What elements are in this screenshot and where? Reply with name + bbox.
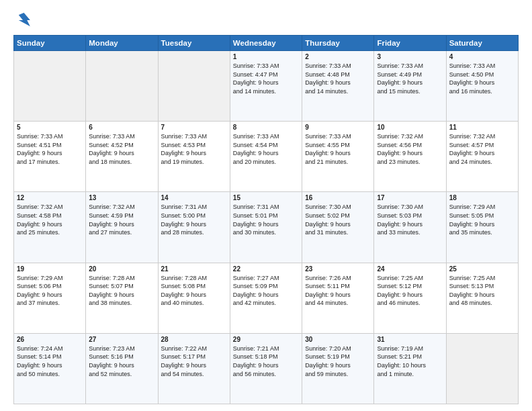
day-info: Sunrise: 7:33 AM Sunset: 4:49 PM Dayligh… (377, 62, 443, 95)
calendar-cell: 24Sunrise: 7:25 AM Sunset: 5:12 PM Dayli… (374, 263, 446, 333)
calendar-cell: 18Sunrise: 7:29 AM Sunset: 5:05 PM Dayli… (446, 192, 518, 263)
day-number: 20 (89, 265, 154, 273)
day-number: 24 (377, 265, 443, 273)
day-number: 31 (377, 336, 443, 343)
day-info: Sunrise: 7:32 AM Sunset: 4:58 PM Dayligh… (17, 203, 83, 236)
day-info: Sunrise: 7:33 AM Sunset: 4:48 PM Dayligh… (305, 62, 371, 95)
day-info: Sunrise: 7:23 AM Sunset: 5:16 PM Dayligh… (89, 345, 154, 378)
calendar-cell: 7Sunrise: 7:33 AM Sunset: 4:53 PM Daylig… (158, 122, 230, 192)
calendar-cell: 29Sunrise: 7:21 AM Sunset: 5:18 PM Dayli… (230, 333, 302, 404)
day-number: 16 (305, 194, 371, 201)
day-info: Sunrise: 7:33 AM Sunset: 4:53 PM Dayligh… (161, 132, 227, 166)
calendar-cell: 3Sunrise: 7:33 AM Sunset: 4:49 PM Daylig… (374, 51, 446, 122)
calendar: SundayMondayTuesdayWednesdayThursdayFrid… (13, 35, 519, 404)
calendar-cell: 1Sunrise: 7:33 AM Sunset: 4:47 PM Daylig… (230, 51, 302, 122)
day-number: 27 (89, 336, 154, 343)
week-row-5: 26Sunrise: 7:24 AM Sunset: 5:14 PM Dayli… (14, 333, 519, 404)
calendar-cell: 12Sunrise: 7:32 AM Sunset: 4:58 PM Dayli… (14, 192, 86, 263)
day-number: 19 (17, 265, 83, 273)
day-info: Sunrise: 7:28 AM Sunset: 5:07 PM Dayligh… (89, 274, 154, 308)
day-info: Sunrise: 7:32 AM Sunset: 4:57 PM Dayligh… (449, 132, 515, 166)
day-number: 13 (89, 194, 154, 201)
day-number: 3 (377, 53, 443, 60)
header (13, 11, 519, 30)
day-info: Sunrise: 7:19 AM Sunset: 5:21 PM Dayligh… (377, 345, 443, 378)
day-info: Sunrise: 7:26 AM Sunset: 5:11 PM Dayligh… (305, 274, 371, 308)
calendar-cell: 13Sunrise: 7:32 AM Sunset: 4:59 PM Dayli… (86, 192, 158, 263)
day-number: 1 (233, 53, 299, 60)
calendar-cell: 17Sunrise: 7:30 AM Sunset: 5:03 PM Dayli… (374, 192, 446, 263)
day-number: 23 (305, 265, 371, 273)
calendar-cell: 19Sunrise: 7:29 AM Sunset: 5:06 PM Dayli… (14, 263, 86, 333)
calendar-cell: 26Sunrise: 7:24 AM Sunset: 5:14 PM Dayli… (14, 333, 86, 404)
weekday-header-monday: Monday (86, 36, 158, 51)
calendar-cell: 20Sunrise: 7:28 AM Sunset: 5:07 PM Dayli… (86, 263, 158, 333)
day-info: Sunrise: 7:29 AM Sunset: 5:06 PM Dayligh… (17, 274, 83, 308)
calendar-cell: 6Sunrise: 7:33 AM Sunset: 4:52 PM Daylig… (86, 122, 158, 192)
day-info: Sunrise: 7:33 AM Sunset: 4:54 PM Dayligh… (233, 132, 299, 166)
week-row-1: 1Sunrise: 7:33 AM Sunset: 4:47 PM Daylig… (14, 51, 519, 122)
day-info: Sunrise: 7:29 AM Sunset: 5:05 PM Dayligh… (449, 203, 515, 236)
weekday-header-friday: Friday (374, 36, 446, 51)
day-number: 25 (449, 265, 515, 273)
weekday-header-thursday: Thursday (302, 36, 374, 51)
day-info: Sunrise: 7:33 AM Sunset: 4:50 PM Dayligh… (449, 62, 515, 95)
day-info: Sunrise: 7:30 AM Sunset: 5:03 PM Dayligh… (377, 203, 443, 236)
day-number: 9 (305, 124, 371, 131)
day-info: Sunrise: 7:32 AM Sunset: 4:56 PM Dayligh… (377, 132, 443, 166)
calendar-cell (14, 51, 86, 122)
weekday-header-tuesday: Tuesday (158, 36, 230, 51)
week-row-2: 5Sunrise: 7:33 AM Sunset: 4:51 PM Daylig… (14, 122, 519, 192)
day-number: 2 (305, 53, 371, 60)
day-info: Sunrise: 7:33 AM Sunset: 4:51 PM Dayligh… (17, 132, 83, 166)
day-number: 18 (449, 194, 515, 201)
calendar-cell: 27Sunrise: 7:23 AM Sunset: 5:16 PM Dayli… (86, 333, 158, 404)
week-row-4: 19Sunrise: 7:29 AM Sunset: 5:06 PM Dayli… (14, 263, 519, 333)
day-number: 22 (233, 265, 299, 273)
day-info: Sunrise: 7:30 AM Sunset: 5:02 PM Dayligh… (305, 203, 371, 236)
week-row-3: 12Sunrise: 7:32 AM Sunset: 4:58 PM Dayli… (14, 192, 519, 263)
day-number: 12 (17, 194, 83, 201)
calendar-cell: 22Sunrise: 7:27 AM Sunset: 5:09 PM Dayli… (230, 263, 302, 333)
day-info: Sunrise: 7:33 AM Sunset: 4:52 PM Dayligh… (89, 132, 154, 166)
calendar-cell (158, 51, 230, 122)
day-info: Sunrise: 7:25 AM Sunset: 5:13 PM Dayligh… (449, 274, 515, 308)
day-info: Sunrise: 7:31 AM Sunset: 5:00 PM Dayligh… (161, 203, 227, 236)
day-number: 11 (449, 124, 515, 131)
day-info: Sunrise: 7:28 AM Sunset: 5:08 PM Dayligh… (161, 274, 227, 308)
calendar-cell: 16Sunrise: 7:30 AM Sunset: 5:02 PM Dayli… (302, 192, 374, 263)
svg-marker-0 (19, 13, 30, 26)
day-number: 26 (17, 336, 83, 343)
day-info: Sunrise: 7:22 AM Sunset: 5:17 PM Dayligh… (161, 345, 227, 378)
calendar-cell: 31Sunrise: 7:19 AM Sunset: 5:21 PM Dayli… (374, 333, 446, 404)
day-info: Sunrise: 7:24 AM Sunset: 5:14 PM Dayligh… (17, 345, 83, 378)
calendar-cell: 15Sunrise: 7:31 AM Sunset: 5:01 PM Dayli… (230, 192, 302, 263)
day-number: 8 (233, 124, 299, 131)
day-info: Sunrise: 7:25 AM Sunset: 5:12 PM Dayligh… (377, 274, 443, 308)
day-number: 17 (377, 194, 443, 201)
day-info: Sunrise: 7:27 AM Sunset: 5:09 PM Dayligh… (233, 274, 299, 308)
day-info: Sunrise: 7:31 AM Sunset: 5:01 PM Dayligh… (233, 203, 299, 236)
day-info: Sunrise: 7:33 AM Sunset: 4:47 PM Dayligh… (233, 62, 299, 95)
logo-icon (13, 11, 32, 30)
calendar-cell (446, 333, 518, 404)
calendar-cell: 11Sunrise: 7:32 AM Sunset: 4:57 PM Dayli… (446, 122, 518, 192)
day-number: 29 (233, 336, 299, 343)
day-number: 10 (377, 124, 443, 131)
calendar-cell: 5Sunrise: 7:33 AM Sunset: 4:51 PM Daylig… (14, 122, 86, 192)
calendar-cell: 9Sunrise: 7:33 AM Sunset: 4:55 PM Daylig… (302, 122, 374, 192)
calendar-cell: 14Sunrise: 7:31 AM Sunset: 5:00 PM Dayli… (158, 192, 230, 263)
day-number: 5 (17, 124, 83, 131)
calendar-cell: 8Sunrise: 7:33 AM Sunset: 4:54 PM Daylig… (230, 122, 302, 192)
calendar-cell: 10Sunrise: 7:32 AM Sunset: 4:56 PM Dayli… (374, 122, 446, 192)
day-info: Sunrise: 7:20 AM Sunset: 5:19 PM Dayligh… (305, 345, 371, 378)
day-info: Sunrise: 7:21 AM Sunset: 5:18 PM Dayligh… (233, 345, 299, 378)
day-number: 28 (161, 336, 227, 343)
calendar-cell (86, 51, 158, 122)
day-number: 14 (161, 194, 227, 201)
day-info: Sunrise: 7:33 AM Sunset: 4:55 PM Dayligh… (305, 132, 371, 166)
day-number: 4 (449, 53, 515, 60)
calendar-cell: 4Sunrise: 7:33 AM Sunset: 4:50 PM Daylig… (446, 51, 518, 122)
day-info: Sunrise: 7:32 AM Sunset: 4:59 PM Dayligh… (89, 203, 154, 236)
day-number: 21 (161, 265, 227, 273)
